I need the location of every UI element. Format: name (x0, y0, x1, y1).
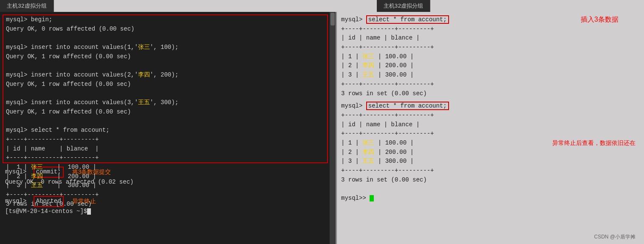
right-tbl2-row2: | 2 | 李四 | 200.00 | (341, 148, 640, 157)
left-panel: mysql> begin; Query OK, 0 rows affected … (0, 12, 336, 244)
right-section-2: mysql> select * from account; +----+----… (341, 102, 640, 203)
right-tbl2-border1: +----+---------+---------+ (341, 111, 640, 120)
line-tbl-row3: | 3 | 王五 | 300.00 | (6, 181, 330, 190)
right-tbl1-border2: +----+---------+---------+ (341, 43, 640, 52)
csdn-watermark: CSDN @小盾学摊 (594, 233, 636, 241)
right-tbl2-border3: +----+---------+---------+ (341, 166, 640, 176)
right-tbl2-row3: | 3 | 王五 | 300.00 | (341, 157, 640, 166)
right-prompt-1: mysql> (341, 16, 366, 23)
right-prompt-2: mysql> (341, 102, 366, 109)
line-begin-cmd: mysql> begin; (6, 15, 330, 25)
right-select2-cmd: mysql> select * from account; (341, 102, 640, 111)
right-tbl1-footer: 3 rows in set (0.00 sec) (341, 89, 640, 99)
right-tbl1-border3: +----+---------+---------+ (341, 80, 640, 89)
right-tbl1-border1: +----+---------+---------+ (341, 25, 640, 34)
right-cmd1-box: select * from account; (366, 15, 449, 24)
line-tbl-row1: | 1 | 张三 | 100.00 | (6, 163, 330, 172)
line-insert2-result: Query OK, 1 row affected (0.00 sec) (6, 80, 330, 89)
line-tbl-row2: | 2 | 李四 | 200.00 | (6, 172, 330, 182)
line-insert1-cmd: mysql> insert into account values(1,'张三'… (6, 43, 330, 52)
tab-right[interactable]: 主机32虚拟分组 (377, 0, 431, 12)
cursor (370, 195, 374, 201)
line-tbl-border2: +----+---------+---------+ (6, 153, 330, 163)
right-tbl1-row2: | 2 | 李四 | 200.00 | (341, 61, 640, 71)
right-tbl2-border2: +----+---------+---------+ (341, 129, 640, 139)
right-section-1: 插入3条数据 mysql> select * from account; +--… (341, 15, 640, 98)
line-insert3-cmd: mysql> insert into account values(3,'王五'… (6, 98, 330, 108)
line-insert1-result: Query OK, 1 row affected (0.00 sec) (6, 52, 330, 62)
line-insert3-result: Query OK, 1 row affected (0.00 sec) (6, 108, 330, 117)
annotation-abnormal: 异常终止后查看，数据依旧还在 (552, 139, 636, 148)
tab-right-label: 主机32虚拟分组 (384, 2, 424, 10)
right-tbl1-row1: | 1 | 张三 | 100.00 | (341, 52, 640, 62)
top-bar: 主机32虚拟分组 主机32虚拟分组 (0, 0, 644, 12)
line-tbl-border3: +----+---------+---------+ (6, 190, 330, 200)
tab-left[interactable]: 主机32虚拟分组 (0, 0, 54, 12)
line-tbl-header: | id | name | blance | (6, 145, 330, 154)
line-select1-cmd: mysql> select * from account; (6, 126, 330, 135)
right-cmd2-box: select * from account; (366, 102, 449, 110)
tab-left-label: 主机32虚拟分组 (7, 2, 47, 10)
line-insert2-cmd: mysql> insert into account values(2,'李四'… (6, 71, 330, 80)
line-tbl-border1: +----+---------+---------+ (6, 135, 330, 145)
right-last-prompt: mysql>> (341, 194, 640, 203)
right-tbl1-header: | id | name | blance | (341, 34, 640, 43)
annotation-insert: 插入3条数据 (581, 15, 619, 24)
right-tbl1-row3: | 3 | 王五 | 300.00 | (341, 71, 640, 80)
right-tbl2-header: | id | name | blance | (341, 120, 640, 130)
line-begin-result: Query OK, 0 rows affected (0.00 sec) (6, 25, 330, 34)
line-tbl-footer: 3 rows in set (0.00 sec) (6, 200, 330, 209)
main-content: mysql> begin; Query OK, 0 rows affected … (0, 12, 644, 244)
right-panel: 插入3条数据 mysql> select * from account; +--… (337, 12, 644, 244)
right-tbl2-footer: 3 rows in set (0.00 sec) (341, 176, 640, 185)
